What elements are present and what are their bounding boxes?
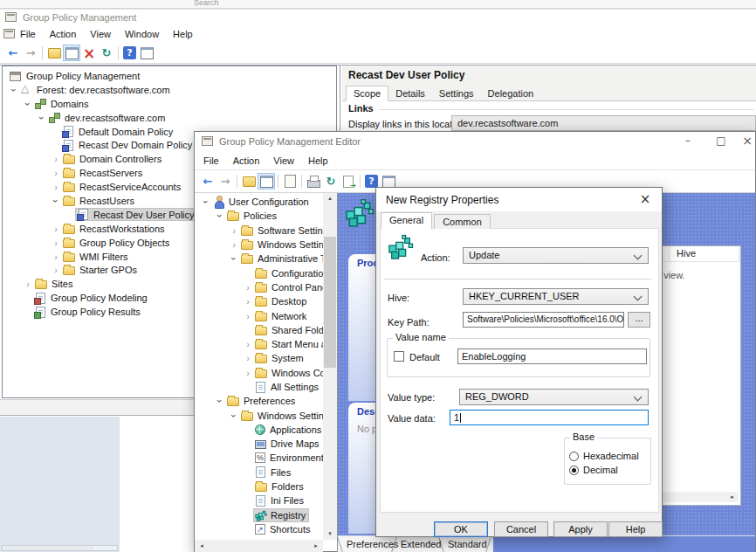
menu-item-view[interactable]: View <box>266 155 301 166</box>
expand-icon[interactable]: › <box>242 368 254 378</box>
expand-icon[interactable]: › <box>242 296 254 307</box>
default-checkbox[interactable] <box>394 351 404 362</box>
editor-tree-hscrollbar[interactable]: ◂ ▸ <box>195 540 323 552</box>
tree-item-start-menu-and-taskbar[interactable]: ›Start Menu and Taskbar <box>195 337 323 351</box>
tree-item-administrative-templates[interactable]: ›Administrative Templates <box>195 252 323 266</box>
bottom-tab-standard[interactable]: Standard <box>448 539 487 549</box>
tree-item-user-configuration[interactable]: ›User Configuration <box>195 195 323 209</box>
value-data-field[interactable]: 1 <box>450 410 649 425</box>
tree-item-windows-settings[interactable]: ›Windows Settings <box>195 238 323 252</box>
expand-icon[interactable]: › <box>242 311 254 321</box>
back-icon[interactable] <box>200 174 216 189</box>
scrollbar-thumb[interactable] <box>5 547 93 549</box>
hive-column-header[interactable]: Hive <box>677 248 696 259</box>
expand-icon[interactable]: › <box>50 238 62 248</box>
menu-item-help[interactable]: Help <box>301 155 335 166</box>
radio-selected-icon[interactable] <box>569 466 579 475</box>
radio-decimal[interactable]: Decimal <box>569 465 639 479</box>
close-button[interactable] <box>734 132 756 151</box>
expand-icon[interactable]: › <box>228 239 240 250</box>
menu-item-view[interactable]: View <box>83 29 118 39</box>
tree-item-registry[interactable]: Registry <box>195 508 323 522</box>
back-icon[interactable] <box>5 45 21 60</box>
delete-icon[interactable] <box>81 45 97 60</box>
bottom-tab-extended[interactable]: Extended <box>401 539 441 549</box>
expand-icon[interactable]: › <box>50 224 62 234</box>
collapse-icon[interactable]: › <box>215 395 225 407</box>
tree-item-folders[interactable]: Folders <box>195 480 323 493</box>
bottom-tab-preferences[interactable]: Preferences <box>347 539 398 549</box>
value-name-field[interactable]: EnableLogging <box>457 348 647 364</box>
tree-item-shared-folders[interactable]: Shared Folders <box>195 323 323 337</box>
tree-item-windows-components[interactable]: ›Windows Components <box>195 366 323 380</box>
collapse-icon[interactable]: › <box>229 410 239 422</box>
background-hscrollbar[interactable] <box>2 545 118 551</box>
tree-item-domains[interactable]: ›Domains <box>3 97 336 111</box>
tree-item-ini-files[interactable]: Ini Files <box>195 493 323 507</box>
collapse-icon[interactable]: › <box>229 252 239 265</box>
menu-item-file[interactable]: File <box>13 29 43 39</box>
folder-up-icon[interactable] <box>241 174 257 189</box>
tab-common[interactable]: Common <box>434 214 491 229</box>
expand-icon[interactable]: › <box>50 265 62 275</box>
column-divider[interactable] <box>739 246 739 262</box>
collapse-icon[interactable]: › <box>201 196 211 208</box>
tree-item-files[interactable]: Files <box>195 466 323 480</box>
menu-item-action[interactable]: Action <box>226 155 267 166</box>
expand-icon[interactable]: › <box>50 182 62 192</box>
menu-item-action[interactable]: Action <box>43 29 84 39</box>
forward-icon[interactable] <box>23 45 38 60</box>
action-dropdown[interactable]: Update <box>463 247 649 264</box>
menu-item-help[interactable]: Help <box>166 29 200 39</box>
column-divider[interactable] <box>669 246 670 262</box>
tab-details[interactable]: Details <box>388 86 432 100</box>
minimize-button[interactable] <box>675 132 701 151</box>
tree-item-network[interactable]: ›Network <box>195 308 323 322</box>
console-window-active-icon[interactable] <box>64 45 79 60</box>
collapse-icon[interactable]: › <box>215 210 225 222</box>
tab-general[interactable]: General <box>381 212 432 229</box>
radio-icon[interactable] <box>569 452 579 461</box>
console-window-active-icon[interactable] <box>258 174 274 189</box>
tree-item-configuration[interactable]: Configuration <box>195 266 323 279</box>
folder-up-icon[interactable] <box>46 45 62 60</box>
value-type-dropdown[interactable]: REG_DWORD <box>459 389 649 405</box>
tree-item-system[interactable]: ›System <box>195 351 323 365</box>
scroll-left-icon[interactable]: ◂ <box>196 540 207 552</box>
menu-item-window[interactable]: Window <box>118 29 166 39</box>
tree-item-control-panel[interactable]: ›Control Panel <box>195 280 323 294</box>
collapse-icon[interactable]: › <box>9 84 19 96</box>
expand-icon[interactable]: › <box>50 168 62 178</box>
tree-item-environment[interactable]: Environment <box>195 451 323 465</box>
forward-icon[interactable] <box>217 174 233 189</box>
expand-icon[interactable]: › <box>50 252 62 262</box>
scroll-down-icon[interactable]: ▾ <box>323 528 337 540</box>
tree-item-policies[interactable]: ›Policies <box>195 209 323 223</box>
help-icon[interactable] <box>365 175 378 188</box>
tree-item-software-settings[interactable]: ›Software Settings <box>195 224 323 238</box>
tree-item-group-policy-management[interactable]: Group Policy Management <box>3 69 336 83</box>
expand-icon[interactable]: › <box>242 353 254 363</box>
maximize-button[interactable] <box>708 132 734 151</box>
hive-dropdown[interactable]: HKEY_CURRENT_USER <box>463 288 649 305</box>
expand-icon[interactable]: › <box>242 282 254 293</box>
tree-item-windows-settings[interactable]: ›Windows Settings <box>195 408 323 422</box>
ok-button[interactable]: OK <box>434 521 488 537</box>
tree-item-forest-dev-recastsoftware-com[interactable]: ›Forest: dev.recastsoftware.com <box>3 83 336 97</box>
tree-item-applications[interactable]: Applications <box>195 423 323 437</box>
refresh-icon[interactable] <box>323 174 339 189</box>
export-icon[interactable] <box>340 174 356 189</box>
cancel-button[interactable]: Cancel <box>494 521 548 537</box>
expand-icon[interactable]: › <box>50 154 62 164</box>
collapse-icon[interactable]: › <box>37 112 47 124</box>
help-icon[interactable] <box>123 46 136 59</box>
printer-icon[interactable] <box>306 174 321 189</box>
scroll-right-icon[interactable]: ▸ <box>728 492 737 502</box>
collapse-icon[interactable]: › <box>23 98 33 110</box>
close-icon[interactable] <box>629 188 662 211</box>
refresh-icon[interactable] <box>99 45 114 60</box>
expand-icon[interactable]: › <box>228 225 240 236</box>
help-button[interactable]: Help <box>608 521 663 537</box>
tab-scope[interactable]: Scope <box>346 86 388 101</box>
collapse-icon[interactable]: › <box>51 195 61 207</box>
